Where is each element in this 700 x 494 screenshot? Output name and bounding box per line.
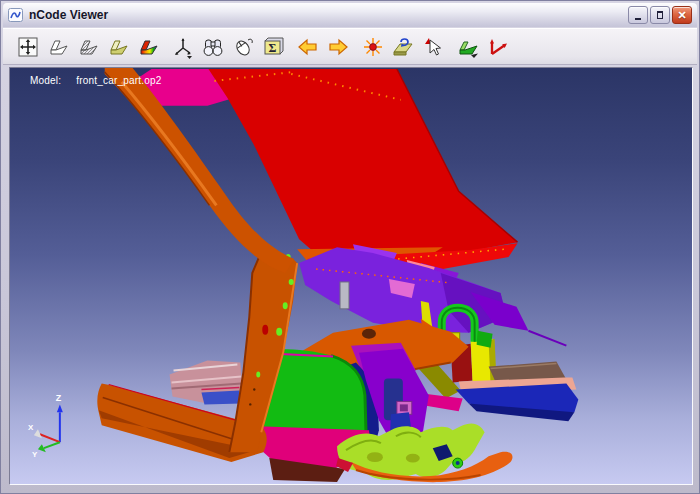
app-logo-icon [8,8,23,22]
isometric-view-icon [456,35,480,59]
next-arrow-icon [326,35,350,59]
tools-group: Σ [170,34,286,60]
wireframe-view-icon [46,35,70,59]
select-cursor-icon [421,35,445,59]
display-tools-group [360,34,446,60]
axes-views-group [455,34,511,60]
contour-view-button[interactable] [135,34,161,60]
maximize-button[interactable] [650,6,670,24]
isometric-view-button[interactable] [455,34,481,60]
select-cursor-button[interactable] [420,34,446,60]
sigma-summary-icon: Σ [261,35,285,59]
nav-arrows-group [295,34,351,60]
axes-triad: Z X Y [28,393,63,459]
window-title: nCode Viewer [29,8,108,22]
shaded-view-button[interactable] [105,34,131,60]
hidden-line-view-icon [76,35,100,59]
plot-axes-button[interactable] [485,34,511,60]
hotspot-button[interactable] [360,34,386,60]
binoculars-button[interactable] [200,34,226,60]
binoculars-icon [201,35,225,59]
maximize-icon [657,11,663,19]
axis-z-label: Z [56,393,62,403]
model-viewport[interactable]: Z X Y Model: front_car_part.op2 [9,67,693,485]
plot-axes-icon [486,35,510,59]
minimize-button[interactable] [628,6,648,24]
previous-arrow-icon [296,35,320,59]
fit-view-icon [16,35,40,59]
orientation-axes-icon [171,35,195,59]
contour-view-icon [136,35,160,59]
ncode-viewer-window: nCode Viewer ✕ [0,0,700,494]
mouse-mode-button[interactable] [230,34,256,60]
shaded-view-icon [106,35,130,59]
mouse-mode-icon [231,35,255,59]
hotspot-icon [361,35,385,59]
sigma-summary-button[interactable]: Σ [260,34,286,60]
close-button[interactable]: ✕ [672,6,692,24]
hidden-line-view-button[interactable] [75,34,101,60]
orientation-axes-button[interactable] [170,34,196,60]
window-controls: ✕ [628,6,692,24]
model-label: Model: front_car_part.op2 [30,75,162,86]
model-name: front_car_part.op2 [76,75,161,86]
title-bar[interactable]: nCode Viewer ✕ [3,3,697,27]
model-canvas[interactable]: Z X Y [10,68,692,484]
fit-view-button[interactable] [15,34,41,60]
rotate-view-button[interactable] [390,34,416,60]
main-toolbar: Σ [3,28,697,65]
previous-button[interactable] [295,34,321,60]
next-button[interactable] [325,34,351,60]
close-icon: ✕ [677,10,686,21]
wireframe-view-button[interactable] [45,34,71,60]
view-mode-group [15,34,161,60]
axis-y-label: Y [32,450,38,459]
model-label-key: Model: [30,75,61,86]
minimize-icon [635,18,641,20]
svg-text:Σ: Σ [269,40,277,54]
rotate-view-icon [391,35,415,59]
roof-assembly [120,69,518,273]
pink-layered-panel [170,361,244,405]
axis-x-label: X [28,423,34,432]
